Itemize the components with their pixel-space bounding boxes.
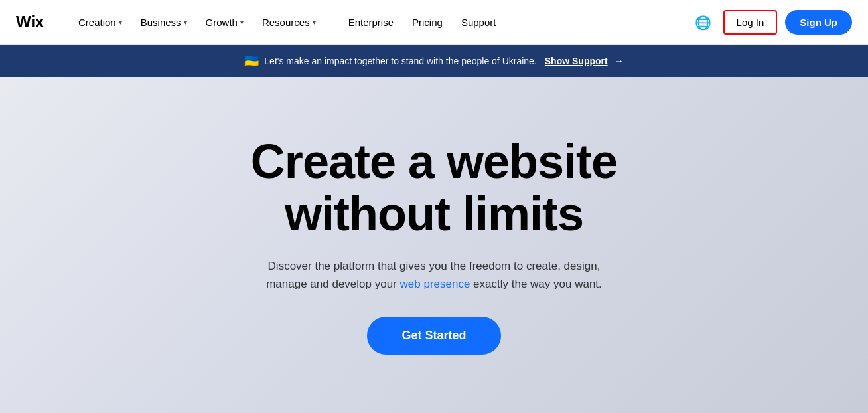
hero-section: Create a website without limits Discover…	[0, 77, 868, 413]
nav-growth[interactable]: Growth ▾	[198, 11, 252, 33]
nav-resources[interactable]: Resources ▾	[254, 11, 324, 33]
nav-creation[interactable]: Creation ▾	[70, 11, 130, 33]
chevron-down-icon: ▾	[313, 19, 316, 26]
nav-divider	[332, 13, 332, 32]
get-started-button[interactable]: Get Started	[367, 317, 500, 355]
navbar: Wix Creation ▾ Business ▾ Growth ▾ Resou…	[0, 0, 868, 45]
globe-icon[interactable]: 🌐	[691, 11, 715, 35]
nav-enterprise[interactable]: Enterprise	[340, 11, 401, 33]
hero-title: Create a website without limits	[251, 135, 617, 240]
nav-support[interactable]: Support	[453, 11, 504, 33]
chevron-down-icon: ▾	[240, 19, 244, 26]
chevron-down-icon: ▾	[184, 19, 187, 26]
arrow-icon: →	[615, 56, 624, 66]
ukraine-banner: 🇺🇦 Let's make an impact together to stan…	[0, 45, 868, 77]
nav-business[interactable]: Business ▾	[133, 11, 195, 33]
ukraine-flag-icon: 🇺🇦	[244, 54, 259, 68]
svg-text:Wix: Wix	[16, 14, 44, 29]
chevron-down-icon: ▾	[119, 19, 122, 26]
show-support-link[interactable]: Show Support	[545, 56, 608, 66]
nav-pricing[interactable]: Pricing	[404, 11, 451, 33]
nav-links: Creation ▾ Business ▾ Growth ▾ Resources…	[70, 11, 691, 33]
banner-text: Let's make an impact together to stand w…	[264, 56, 536, 66]
login-button[interactable]: Log In	[723, 10, 778, 35]
hero-subtitle: Discover the platform that gives you the…	[266, 257, 602, 293]
nav-right: 🌐 Log In Sign Up	[691, 10, 852, 35]
signup-button[interactable]: Sign Up	[785, 10, 852, 35]
wix-logo[interactable]: Wix	[16, 14, 49, 31]
